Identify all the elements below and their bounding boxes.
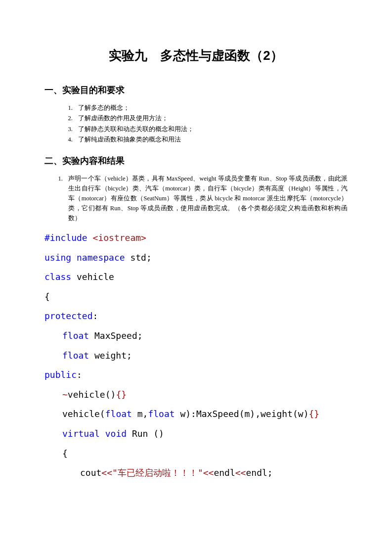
code-line: protected: (44, 306, 348, 326)
code-keyword: float (148, 409, 174, 419)
code-op: << (203, 467, 214, 478)
code-braces: {} (116, 389, 127, 400)
code-line: #include <iostream> (44, 228, 348, 248)
section-heading-2: 二、实验内容和结果 (44, 155, 348, 167)
code-text (71, 252, 77, 263)
code-keyword: void (105, 428, 127, 439)
objectives-list: 了解多态的概念； 了解虚函数的作用及使用方法； 了解静态关联和动态关联的概念和用… (44, 103, 348, 145)
code-keyword: float (62, 330, 89, 341)
code-line: { (44, 444, 348, 463)
code-line: float MaxSpeed; (44, 326, 348, 346)
page-title: 实验九 多态性与虚函数（2） (44, 47, 348, 64)
code-keyword: using (44, 252, 71, 263)
code-text: std; (125, 252, 152, 263)
code-braces: {} (309, 409, 320, 419)
code-string: "车已经启动啦！！！" (112, 467, 203, 478)
list-item: 了解虚函数的作用及使用方法； (74, 113, 348, 124)
code-keyword: protected (44, 311, 93, 321)
code-line: { (44, 287, 348, 307)
code-text: endl (214, 467, 235, 478)
code-text: m, (132, 409, 148, 419)
code-text: w):MaxSpeed(m),weight(w) (175, 409, 309, 419)
code-keyword: class (44, 272, 71, 282)
code-block: #include <iostream> using namespace std;… (44, 228, 348, 483)
code-line: cout<<"车已经启动啦！！！"<<endl<<endl; (44, 463, 348, 483)
code-line: public: (44, 365, 348, 385)
list-item: 了解静态关联和动态关联的概念和用法； (74, 124, 348, 135)
code-line: virtual void Run () (44, 424, 348, 444)
code-text: endl; (246, 467, 272, 478)
code-line: float weight; (44, 346, 348, 366)
code-op: << (101, 467, 112, 478)
code-keyword: virtual (62, 428, 100, 439)
document-page: 实验九 多态性与虚函数（2） 一、实验目的和要求 了解多态的概念； 了解虚函数的… (0, 0, 392, 512)
code-keyword: public (44, 370, 77, 380)
content-list: 声明一个车（vehicle）基类，具有 MaxSpeed、weight 等成员变… (44, 174, 348, 223)
list-item: 了解多态的概念； (74, 103, 348, 113)
code-text: Run () (127, 428, 164, 439)
code-op: << (235, 467, 246, 478)
code-text: : (77, 370, 82, 380)
code-line: class vehicle (44, 267, 348, 287)
code-text: weight; (89, 350, 132, 361)
code-line: using namespace std; (44, 248, 348, 268)
section-heading-1: 一、实验目的和要求 (44, 84, 348, 96)
code-keyword: #include (44, 232, 93, 243)
code-keyword: float (62, 350, 89, 361)
code-line: vehicle(float m,float w):MaxSpeed(m),wei… (44, 404, 348, 424)
list-item: 声明一个车（vehicle）基类，具有 MaxSpeed、weight 等成员变… (64, 174, 348, 223)
code-text: vehicle (71, 272, 114, 282)
code-include: <iostream> (93, 232, 146, 243)
code-text: vehicle() (68, 389, 116, 400)
code-keyword: namespace (77, 252, 125, 263)
code-text (100, 428, 105, 439)
code-text: cout (80, 467, 101, 478)
code-text: : (93, 311, 98, 321)
code-tilde: ~ (62, 389, 68, 400)
code-text: MaxSpeed; (89, 330, 142, 341)
list-item: 了解纯虚函数和抽象类的概念和用法 (74, 135, 348, 145)
code-keyword: float (105, 409, 132, 419)
code-text: vehicle( (62, 409, 105, 419)
code-line: ~vehicle(){} (44, 385, 348, 405)
